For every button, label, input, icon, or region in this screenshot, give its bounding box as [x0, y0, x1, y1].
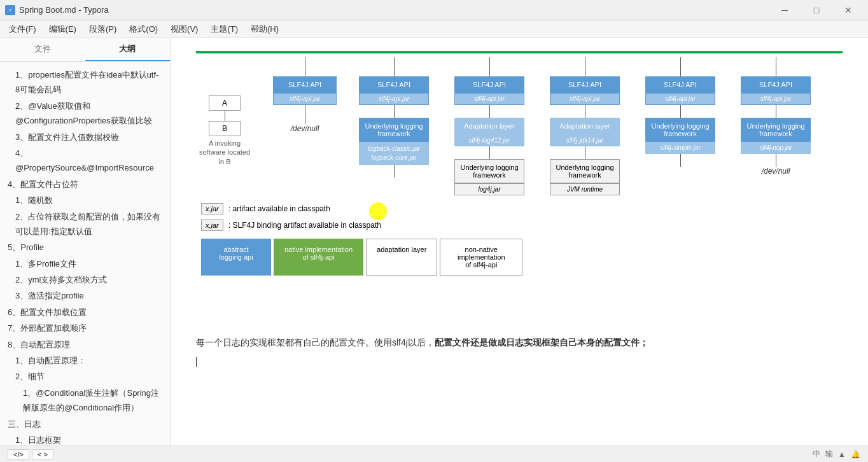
bottom-non-native: non-nativeimplementationof slf4j-api	[440, 239, 522, 276]
battery-icon: ▲	[838, 450, 846, 459]
sidebar-tabs: 文件 大纲	[0, 38, 170, 62]
menu-item[interactable]: 段落(P)	[83, 22, 123, 36]
menu-item[interactable]: 视图(V)	[164, 22, 204, 36]
col-3: SLF4J API slf4j-api.jar Adaptation layer…	[442, 57, 537, 195]
legend-box-1: x.jar	[201, 203, 223, 214]
outline-item-8-2-1[interactable]: 1、@Conditional派生注解（Spring注解版原生的@Conditio…	[8, 385, 162, 416]
app-icon: T	[5, 5, 15, 15]
menu-bar: 文件(F)编辑(E)段落(P)格式(O)视图(V)主题(T)帮助(H)	[0, 20, 868, 38]
col6-framework: Underlying logging framework	[741, 118, 811, 142]
col5-framework: Underlying logging framework	[645, 118, 715, 142]
outline-item-8-1[interactable]: 1、自动配置原理：	[8, 353, 162, 368]
col6-api: SLF4J API	[741, 76, 811, 93]
col3-jar: slf4j-api.jar	[454, 93, 524, 105]
sidebar: 文件 大纲 1、properties配置文件在idea中默认utf-8可能会乱码…	[0, 38, 171, 445]
main-layout: 文件 大纲 1、properties配置文件在idea中默认utf-8可能会乱码…	[0, 38, 868, 445]
outline-item-2[interactable]: 2、@Value获取值和@ConfigurationProperties获取值比…	[8, 98, 162, 129]
col4-jar: slf4j-api.jar	[550, 93, 620, 105]
app-desc: A invoking software located in B	[196, 139, 253, 166]
para-text-1: 每一个日志的实现框架都有自己的配置文件。使用slf4j以后，	[196, 337, 435, 347]
code-toggle: </> < >	[8, 449, 53, 459]
col5-frameworkjar: slf4j-simple.jar	[645, 142, 715, 154]
col6-null: /dev/null	[762, 167, 790, 176]
outline-section-7[interactable]: 7、外部配置加载顺序	[8, 320, 162, 336]
col3-adaptjar: slf4j-log412.jar	[454, 134, 524, 146]
outline-section-6[interactable]: 6、配置文件加载位置	[8, 304, 162, 320]
paragraph: 每一个日志的实现框架都有自己的配置文件。使用slf4j以后，配置文件还是做成日志…	[196, 335, 843, 351]
legend-box-2: x.jar	[201, 220, 223, 231]
outline-section-3[interactable]: 三、日志	[8, 416, 162, 432]
col-6: SLF4J API slf4j-api.jar Underlying loggi…	[728, 57, 823, 176]
minimize-button[interactable]: ─	[770, 0, 799, 20]
outline-item-5-1[interactable]: 1、多Profile文件	[8, 256, 162, 272]
col1-api: SLF4J API	[273, 76, 337, 93]
status-bar-right: 中 输 ▲ 🔔	[813, 449, 860, 459]
tab-files[interactable]: 文件	[0, 38, 85, 61]
slf4j-diagram-container: A B A invoking software located in B SLF…	[196, 51, 843, 325]
menu-item[interactable]: 文件(F)	[3, 22, 43, 36]
col3-adaptation: Adaptation layer	[454, 118, 524, 134]
bottom-row: abstractlogging api native implementatio…	[196, 239, 843, 276]
legend-text-1: : artifact available in classpath	[228, 204, 330, 213]
col3-underlying: Underlying logging framework	[454, 159, 524, 183]
app-diagram: A B A invoking software located in B	[196, 95, 253, 166]
col3-api: SLF4J API	[454, 76, 524, 93]
box-b: B	[209, 121, 241, 136]
legend-2: x.jar : SLF4J binding artifact available…	[201, 220, 843, 231]
col-1: SLF4J API slf4j-api.jar /dev/null	[263, 57, 346, 133]
outline-item-1[interactable]: 1、properties配置文件在idea中默认utf-8可能会乱码	[8, 67, 162, 98]
bottom-adaptation: adaptation layer	[366, 239, 437, 276]
outline-section-4[interactable]: 4、配置文件占位符	[8, 176, 162, 192]
text-cursor	[196, 357, 197, 367]
content-area: A B A invoking software located in B SLF…	[171, 38, 868, 445]
col4-underlying: Underlying logging framework	[550, 159, 620, 183]
sidebar-content: 1、properties配置文件在idea中默认utf-8可能会乱码 2、@Va…	[0, 62, 170, 445]
col-4: SLF4J API slf4j-api.jar Adaptation layer…	[537, 57, 633, 195]
title-bar: T Spring Boot.md - Typora ─ □ ✕	[0, 0, 868, 20]
col2-api: SLF4J API	[359, 76, 429, 93]
outline-item-4-1[interactable]: 1、随机数	[8, 192, 162, 208]
col-5: SLF4J API slf4j-api.jar Underlying loggi…	[633, 57, 728, 167]
outline-item-8-2[interactable]: 2、细节	[8, 368, 162, 384]
window-title: Spring Boot.md - Typora	[19, 5, 109, 15]
outline-item-log-1[interactable]: 1、日志框架	[8, 432, 162, 445]
outline-item-4-2[interactable]: 2、占位符获取之前配置的值，如果没有可以是用:指定默认值	[8, 209, 162, 240]
input-method: 输	[825, 449, 833, 459]
col4-api: SLF4J API	[550, 76, 620, 93]
col3-underlyingjar: log4j.jar	[454, 183, 524, 195]
menu-item[interactable]: 格式(O)	[123, 22, 164, 36]
outline-item-5-2[interactable]: 2、yml支持多文档块方式	[8, 272, 162, 288]
tab-outline[interactable]: 大纲	[85, 38, 171, 61]
outline-item-5-3[interactable]: 3、激活指定profile	[8, 288, 162, 304]
col-2: SLF4J API slf4j-api.jar Underlying loggi…	[346, 57, 442, 178]
svg-text:T: T	[9, 8, 12, 13]
ime-status: 中	[813, 449, 820, 459]
cursor-circle	[369, 202, 387, 220]
maximize-button[interactable]: □	[802, 0, 831, 20]
col4-adaptation: Adaptation layer	[550, 118, 620, 134]
col2-framework: Underlying logging framework	[359, 118, 429, 142]
title-bar-left: T Spring Boot.md - Typora	[5, 5, 109, 15]
notification-area: 🔔	[851, 450, 860, 459]
outline-section-8[interactable]: 8、自动配置原理	[8, 337, 162, 353]
col6-frameworkjar: slf4j-nop.jar	[741, 142, 811, 154]
box-a: A	[209, 95, 241, 111]
col4-adaptjar: slf4j-jdk14.jar	[550, 134, 620, 146]
outline-item-3[interactable]: 3、配置文件注入值数据校验	[8, 129, 162, 145]
menu-item[interactable]: 帮助(H)	[244, 22, 285, 36]
col1-null: /dev/null	[291, 124, 319, 133]
angle-btn[interactable]: < >	[32, 449, 53, 459]
col6-jar: slf4j-api.jar	[741, 93, 811, 105]
legend-text-2: : SLF4J binding artifact available in cl…	[228, 221, 381, 230]
bottom-native: native implementationof slf4j-api	[274, 239, 363, 276]
menu-item[interactable]: 编辑(E)	[43, 22, 83, 36]
outline-item-4[interactable]: 4、@PropertySource&@ImportResource	[8, 145, 162, 176]
col4-underlyingjar: JVM runtime	[550, 183, 620, 195]
close-button[interactable]: ✕	[834, 0, 863, 20]
outline-section-5[interactable]: 5、Profile	[8, 239, 162, 255]
code-view-btn[interactable]: </>	[8, 449, 29, 459]
content-scroll[interactable]: A B A invoking software located in B SLF…	[171, 38, 868, 445]
menu-item[interactable]: 主题(T)	[204, 22, 244, 36]
col5-jar: slf4j-api.jar	[645, 93, 715, 105]
window-controls: ─ □ ✕	[770, 0, 863, 20]
